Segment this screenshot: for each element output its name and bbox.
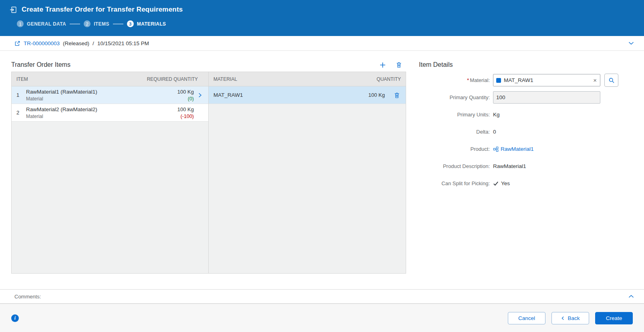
items-panel-header: Transfer Order Items xyxy=(11,58,406,72)
collapse-header-icon[interactable] xyxy=(626,38,636,48)
step-2-circle: 2 xyxy=(84,20,91,27)
timestamp: 10/15/2021 05:15 PM xyxy=(97,40,149,46)
items-materials-tables: ITEM REQUIRED QUANTITY 1 RawMaterial1 (R… xyxy=(11,72,406,274)
primary-quantity-label: Primary Quantity: xyxy=(419,94,493,100)
col-material: MATERIAL xyxy=(213,76,237,82)
transfer-order-icon xyxy=(10,6,17,14)
product-label: Product: xyxy=(419,146,493,152)
clear-icon[interactable]: × xyxy=(593,77,597,83)
product-link-text: RawMaterial1 xyxy=(501,146,534,152)
cancel-button[interactable]: Cancel xyxy=(508,312,545,324)
comments-section: Comments: xyxy=(0,289,644,304)
comments-label: Comments: xyxy=(14,294,41,300)
delta-row: Delta: 0 xyxy=(419,123,633,140)
item-name: RawMaterial2 (RawMaterial2) xyxy=(26,106,177,112)
primary-units-row: Primary Units: Kg xyxy=(419,106,633,123)
material-input-field[interactable] xyxy=(504,77,590,83)
product-description-row: Product Description: RawMaterial1 xyxy=(419,158,633,175)
step-connector xyxy=(70,24,80,24)
material-input[interactable]: × xyxy=(493,74,600,86)
value-help-search-icon[interactable] xyxy=(604,74,618,87)
item-name: RawMaterial1 (RawMaterial1) xyxy=(26,89,177,95)
can-split-label: Can Split for Picking: xyxy=(419,180,493,186)
materials-table-empty-area xyxy=(209,104,406,273)
material-name: MAT_RAW1 xyxy=(213,92,368,98)
page-title: Create Transfer Order for Transfer Requi… xyxy=(22,6,183,14)
wizard-header: Create Transfer Order for Transfer Requi… xyxy=(0,0,644,36)
quantity-delta: (-100) xyxy=(181,114,194,119)
main-content: Transfer Order Items xyxy=(0,51,644,289)
material-row-1[interactable]: MAT_RAW1 100 Kg xyxy=(209,86,406,104)
step-3-label: MATERIALS xyxy=(137,21,166,27)
required-quantity: 100 Kg xyxy=(177,89,194,95)
transfer-order-items-panel: Transfer Order Items xyxy=(11,58,406,289)
object-header-bar: TR-000000003 (Released) / 10/15/2021 05:… xyxy=(0,36,644,51)
back-button[interactable]: Back xyxy=(551,312,589,324)
item-details-panel: Item Details *Material: × xyxy=(419,58,633,289)
transfer-requirement-link[interactable]: TR-000000003 xyxy=(24,40,60,46)
row-index: 2 xyxy=(16,110,26,116)
info-icon[interactable]: i xyxy=(11,314,19,322)
step-1-label: GENERAL DATA xyxy=(27,21,66,27)
breadcrumb-separator: / xyxy=(93,40,94,46)
step-1-circle: 1 xyxy=(17,20,24,27)
delta-label: Delta: xyxy=(419,129,493,135)
product-link[interactable]: RawMaterial1 xyxy=(493,146,534,152)
primary-quantity-row: Primary Quantity: xyxy=(419,89,633,106)
step-items[interactable]: 2 ITEMS xyxy=(84,20,109,27)
item-details-title: Item Details xyxy=(419,58,633,72)
items-table-header: ITEM REQUIRED QUANTITY xyxy=(12,72,208,86)
product-icon xyxy=(493,146,499,152)
material-status-icon xyxy=(496,78,501,83)
create-button[interactable]: Create xyxy=(595,312,633,324)
row-index: 1 xyxy=(16,92,26,98)
step-2-label: ITEMS xyxy=(94,21,109,27)
delete-icon[interactable] xyxy=(395,61,403,69)
step-general-data[interactable]: 1 GENERAL DATA xyxy=(17,20,66,27)
title-row: Create Transfer Order for Transfer Requi… xyxy=(10,6,636,14)
item-row-2[interactable]: 2 RawMaterial2 (RawMaterial2) Material 1… xyxy=(12,104,208,122)
quantity-delta: (0) xyxy=(188,96,194,102)
object-link-icon xyxy=(14,40,20,46)
material-label: *Material: xyxy=(419,77,493,83)
step-connector xyxy=(113,24,123,24)
item-type: Material xyxy=(26,96,177,102)
primary-quantity-field[interactable] xyxy=(496,94,597,100)
can-split-row: Can Split for Picking: Yes xyxy=(419,175,633,192)
footer-bar: i Cancel Back Create xyxy=(0,304,644,332)
step-3-circle: 3 xyxy=(127,20,134,27)
primary-units-value: Kg xyxy=(493,112,500,118)
items-table: ITEM REQUIRED QUANTITY 1 RawMaterial1 (R… xyxy=(12,72,209,273)
materials-table-header: MATERIAL QUANTITY xyxy=(209,72,406,86)
product-description-label: Product Description: xyxy=(419,163,493,169)
app-window: Create Transfer Order for Transfer Requi… xyxy=(0,0,644,332)
col-required-quantity: REQUIRED QUANTITY xyxy=(147,76,203,82)
item-row-1[interactable]: 1 RawMaterial1 (RawMaterial1) Material 1… xyxy=(12,86,208,104)
primary-units-label: Primary Units: xyxy=(419,112,493,118)
col-item: ITEM xyxy=(16,76,28,82)
item-type: Material xyxy=(26,114,177,119)
status-text: (Released) xyxy=(63,40,89,46)
wizard-steps: 1 GENERAL DATA 2 ITEMS 3 MATERIALS xyxy=(10,20,636,27)
check-icon xyxy=(493,181,499,186)
material-quantity: 100 Kg xyxy=(368,92,385,98)
product-row: Product: RawMaterial1 xyxy=(419,140,633,158)
add-icon[interactable] xyxy=(378,61,387,69)
back-chevron-icon xyxy=(561,316,565,320)
material-field-row: *Material: × xyxy=(419,72,633,89)
col-quantity: QUANTITY xyxy=(376,76,401,82)
delta-value: 0 xyxy=(493,129,496,135)
required-quantity: 100 Kg xyxy=(177,106,194,112)
delete-material-icon[interactable] xyxy=(390,92,403,98)
can-split-value: Yes xyxy=(501,180,510,186)
items-table-empty-area xyxy=(12,122,208,273)
primary-quantity-input[interactable] xyxy=(493,91,600,104)
row-navigate-icon[interactable] xyxy=(194,92,206,98)
required-marker: * xyxy=(467,77,469,83)
step-materials[interactable]: 3 MATERIALS xyxy=(127,20,166,27)
expand-comments-icon[interactable] xyxy=(626,292,636,301)
materials-table: MATERIAL QUANTITY MAT_RAW1 100 Kg xyxy=(209,72,406,273)
items-panel-title: Transfer Order Items xyxy=(11,61,70,68)
back-button-label: Back xyxy=(568,315,580,321)
product-description-value: RawMaterial1 xyxy=(493,163,526,169)
